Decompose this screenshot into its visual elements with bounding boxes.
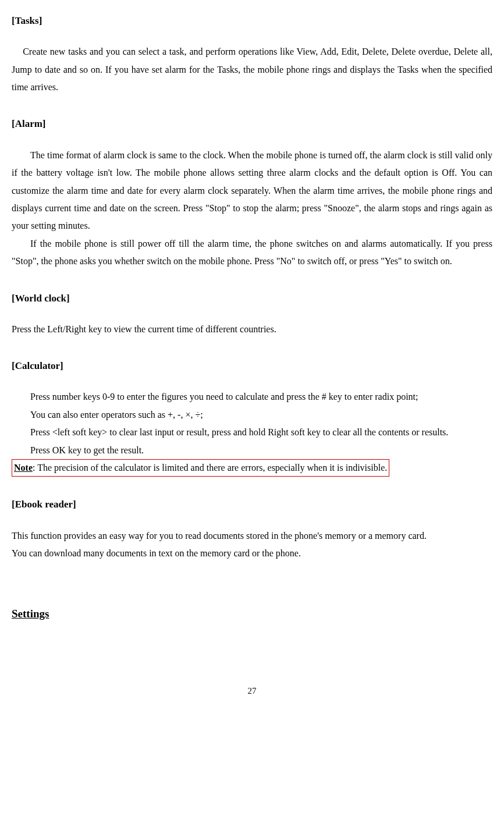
calculator-paragraph-4: Press OK key to get the result. bbox=[12, 442, 492, 459]
note-label: Note bbox=[14, 463, 33, 473]
section-heading-calculator: [Calculator] bbox=[12, 357, 492, 375]
tasks-paragraph-1: Create new tasks and you can select a ta… bbox=[12, 43, 492, 96]
alarm-paragraph-1: The time format of alarm clock is same t… bbox=[12, 147, 492, 235]
section-heading-settings: Settings bbox=[12, 603, 492, 624]
page-number: 27 bbox=[12, 683, 492, 699]
world-clock-paragraph-1: Press the Left/Right key to view the cur… bbox=[12, 321, 492, 338]
calculator-note-container: Note: The precision of the calculator is… bbox=[12, 459, 492, 477]
calculator-paragraph-2: You can also enter operators such as +, … bbox=[12, 406, 492, 424]
calculator-paragraph-3: Press <left soft key> to clear last inpu… bbox=[12, 424, 492, 441]
section-heading-tasks: [Tasks] bbox=[12, 12, 492, 30]
calculator-paragraph-1: Press number keys 0-9 to enter the figur… bbox=[12, 388, 492, 406]
section-heading-world-clock: [World clock] bbox=[12, 289, 492, 308]
ebook-paragraph-2: You can download many documents in text … bbox=[12, 545, 492, 562]
section-heading-ebook: [Ebook reader] bbox=[12, 495, 492, 514]
section-heading-alarm: [Alarm] bbox=[12, 115, 492, 133]
note-text: : The precision of the calculator is lim… bbox=[33, 463, 387, 473]
ebook-paragraph-1: This function provides an easy way for y… bbox=[12, 527, 492, 545]
calculator-note-box: Note: The precision of the calculator is… bbox=[12, 459, 389, 477]
alarm-paragraph-2: If the mobile phone is still power off t… bbox=[12, 235, 492, 271]
